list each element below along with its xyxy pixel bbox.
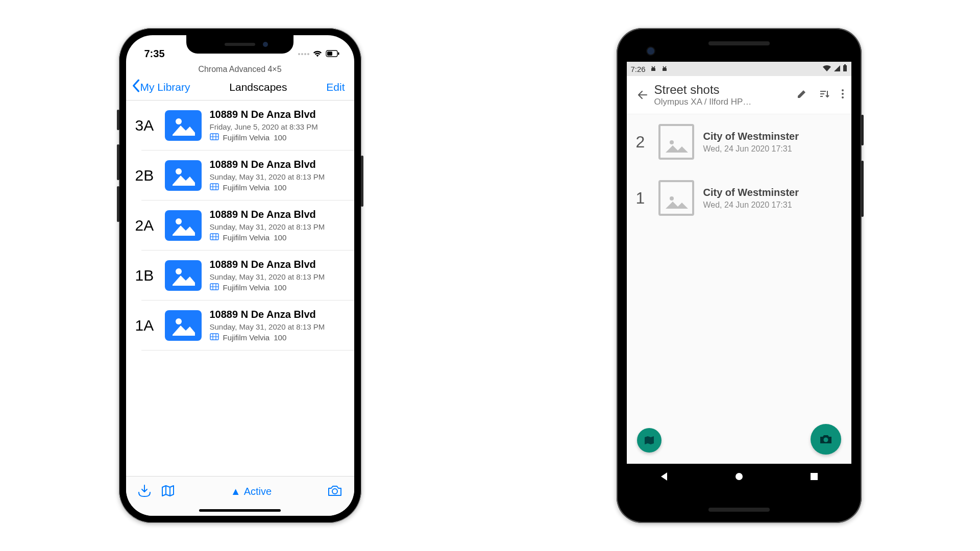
- wifi-icon: [312, 48, 323, 60]
- frame-index: 1A: [135, 317, 165, 334]
- film-icon: [210, 133, 219, 142]
- nav-home-button[interactable]: [734, 471, 744, 484]
- film-icon: [210, 233, 219, 242]
- battery-icon: [326, 48, 340, 60]
- sort-icon[interactable]: [819, 88, 830, 102]
- android-status-bar: 7:26: [627, 62, 851, 76]
- iphone-mute-switch: [117, 110, 119, 130]
- download-icon[interactable]: [137, 484, 152, 499]
- frame-date: Sunday, May 31, 2020 at 8:13 PM: [210, 322, 349, 331]
- earpiece-speaker: [708, 41, 770, 45]
- svg-line-32: [654, 66, 655, 67]
- shot-index: 2: [632, 133, 649, 152]
- fab-map-button[interactable]: [637, 428, 662, 453]
- film-icon: [210, 183, 219, 192]
- camera-icon[interactable]: [327, 484, 342, 499]
- status-time: 7:26: [631, 65, 646, 73]
- arrow-left-icon: [636, 89, 649, 101]
- home-indicator[interactable]: [199, 509, 281, 512]
- frame-date: Friday, June 5, 2020 at 8:33 PM: [210, 122, 349, 131]
- svg-point-44: [670, 196, 674, 201]
- more-icon[interactable]: [841, 88, 844, 102]
- app-caption: Chroma Advanced 4×5: [126, 61, 354, 76]
- film-icon: [210, 283, 219, 292]
- frame-film: Fujifilm Velvia 100: [210, 233, 349, 242]
- svg-point-45: [823, 438, 828, 442]
- earpiece-speaker: [225, 43, 255, 46]
- film-iso: 100: [274, 233, 286, 242]
- frame-film: Fujifilm Velvia 100: [210, 333, 349, 342]
- frame-date: Sunday, May 31, 2020 at 8:13 PM: [210, 172, 349, 181]
- frame-title: 10889 N De Anza Blvd: [210, 259, 349, 270]
- back-button[interactable]: My Library: [131, 79, 190, 95]
- map-icon[interactable]: [161, 484, 175, 499]
- svg-line-34: [665, 66, 666, 67]
- front-camera-icon: [263, 42, 268, 47]
- svg-point-18: [176, 268, 182, 274]
- iphone-screen: 7:35 Chroma Advanced 4×5 My Library Land…: [126, 35, 354, 516]
- photo-thumb-icon: [165, 260, 202, 291]
- chevron-left-icon: [131, 79, 140, 95]
- list-item[interactable]: 2 City of Westminster Wed, 24 Jun 2020 1…: [627, 114, 851, 170]
- svg-rect-35: [843, 65, 847, 71]
- frame-title: 10889 N De Anza Blvd: [210, 309, 349, 320]
- frame-title: 10889 N De Anza Blvd: [210, 209, 349, 220]
- iphone-volume-up: [117, 144, 119, 180]
- battery-icon: [843, 64, 847, 73]
- svg-point-13: [176, 218, 182, 224]
- frame-film: Fujifilm Velvia 100: [210, 283, 349, 292]
- list-item[interactable]: 1A 10889 N De Anza Blvd Sunday, May 31, …: [141, 300, 354, 350]
- list-item[interactable]: 1B 10889 N De Anza Blvd Sunday, May 31, …: [141, 251, 354, 300]
- svg-rect-47: [811, 473, 818, 480]
- edit-button[interactable]: Edit: [326, 81, 345, 93]
- cellular-dots-icon: [298, 53, 309, 55]
- page-title: Landscapes: [229, 81, 287, 93]
- shot-date: Wed, 24 Jun 2020 17:31: [703, 144, 842, 154]
- ios-nav-bar: My Library Landscapes Edit: [126, 76, 354, 101]
- status-time: 7:35: [144, 48, 165, 60]
- film-iso: 100: [274, 283, 286, 292]
- svg-point-30: [332, 489, 337, 494]
- list-item[interactable]: 1 City of Westminster Wed, 24 Jun 2020 1…: [627, 170, 851, 226]
- back-label: My Library: [140, 81, 190, 93]
- svg-rect-36: [844, 64, 846, 65]
- shot-date: Wed, 24 Jun 2020 17:31: [703, 201, 842, 210]
- frame-title: 10889 N De Anza Blvd: [210, 109, 349, 120]
- photo-placeholder-icon: [658, 180, 694, 216]
- frame-film: Fujifilm Velvia 100: [210, 183, 349, 192]
- iphone-side-button: [361, 156, 363, 207]
- list-item[interactable]: 2A 10889 N De Anza Blvd Sunday, May 31, …: [141, 201, 354, 251]
- film-name: Fujifilm Velvia: [223, 333, 270, 342]
- fab-camera-button[interactable]: [811, 424, 841, 455]
- list-item[interactable]: 2B 10889 N De Anza Blvd Sunday, May 31, …: [141, 151, 354, 201]
- iphone-notch: [186, 35, 293, 54]
- camera-icon: [819, 434, 832, 445]
- shot-index: 1: [632, 189, 649, 208]
- svg-point-23: [176, 318, 182, 324]
- svg-point-42: [842, 96, 844, 98]
- nav-back-button[interactable]: [659, 471, 669, 484]
- svg-point-41: [842, 93, 844, 95]
- front-camera-icon: [647, 47, 654, 55]
- shots-list[interactable]: 2 City of Westminster Wed, 24 Jun 2020 1…: [627, 114, 851, 226]
- svg-rect-1: [338, 53, 339, 55]
- iphone-device-frame: 7:35 Chroma Advanced 4×5 My Library Land…: [119, 28, 361, 523]
- edit-icon[interactable]: [796, 88, 807, 102]
- frames-list[interactable]: 3A 10889 N De Anza Blvd Friday, June 5, …: [126, 101, 354, 350]
- frame-title: 10889 N De Anza Blvd: [210, 159, 349, 170]
- android-head-icon: [650, 65, 657, 73]
- triangle-up-icon: ▲: [231, 486, 241, 497]
- svg-point-43: [670, 140, 674, 144]
- back-button[interactable]: [631, 89, 654, 101]
- svg-rect-2: [327, 52, 332, 56]
- photo-thumb-icon: [165, 110, 202, 141]
- frame-index: 3A: [135, 117, 165, 134]
- film-name: Fujifilm Velvia: [223, 133, 270, 142]
- status-active-button[interactable]: ▲ Active: [231, 486, 272, 497]
- film-name: Fujifilm Velvia: [223, 183, 270, 192]
- nav-recents-button[interactable]: [810, 472, 819, 483]
- bottom-speaker: [708, 508, 770, 512]
- map-icon: [644, 435, 655, 446]
- svg-line-33: [663, 66, 664, 67]
- list-item[interactable]: 3A 10889 N De Anza Blvd Friday, June 5, …: [141, 101, 354, 151]
